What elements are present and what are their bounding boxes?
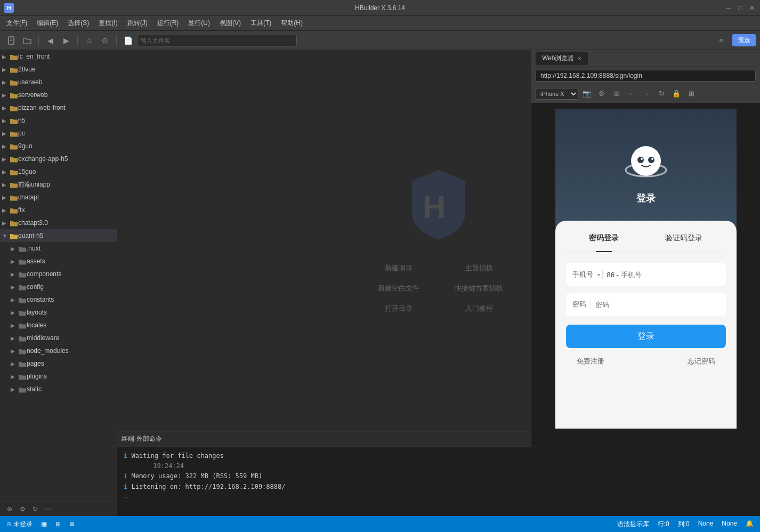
tree-item-node-modules[interactable]: ▶ node_modules — [0, 344, 117, 357]
refresh-button[interactable]: ↻ — [30, 504, 41, 514]
new-project-btn[interactable]: 新建项目 — [374, 263, 423, 273]
tree-item-15guo[interactable]: ▶ 15guo — [0, 165, 117, 178]
tree-item-static[interactable]: ▶ static — [0, 383, 117, 396]
tree-item-quant-h5[interactable]: ▼ quant-h5 — [0, 229, 117, 242]
browser-forward-btn[interactable]: → — [640, 87, 653, 100]
toolbar-separator-1 — [38, 35, 39, 46]
new-file-btn[interactable]: 新建空白文件 — [374, 284, 423, 293]
browser-tab-close[interactable]: ✕ — [577, 55, 581, 61]
browser-more-btn[interactable]: ⊞ — [685, 87, 698, 100]
menu-search[interactable]: 查找(I) — [94, 18, 122, 29]
phone-input[interactable] — [621, 271, 719, 279]
add-project-button[interactable]: ⊕ — [4, 504, 15, 514]
tree-item-bizzan[interactable]: ▶ bizzan-web-front — [0, 101, 117, 114]
close-button[interactable]: ✕ — [748, 4, 756, 12]
open-file-button[interactable] — [20, 34, 34, 47]
tree-item-components[interactable]: ▶ components — [0, 268, 117, 280]
tree-item-nuxt[interactable]: ▶ .nuxt — [0, 242, 117, 255]
tree-item-chatapt3[interactable]: ▶ chatapt3.0 — [0, 216, 117, 229]
menu-jump[interactable]: 跳转(J) — [123, 18, 152, 29]
terminal-text-4: Listening on: http://192.168.2.109:8888/ — [131, 483, 285, 490]
window-controls: ─ □ ✕ — [725, 4, 756, 12]
browser-lock-btn[interactable]: 🔒 — [670, 87, 683, 100]
back-button[interactable]: ◀ — [43, 34, 57, 47]
tree-item-ftx[interactable]: ▶ ftx — [0, 204, 117, 216]
menu-select[interactable]: 选择(S) — [63, 18, 93, 29]
tree-item-serverweb[interactable]: ▶ serverweb — [0, 88, 117, 101]
sidebar-bottom: ⊕ ⚙ ↻ ⋯ — [0, 501, 117, 516]
tree-item-middleware[interactable]: ▶ middleware — [0, 332, 117, 344]
password-label: 密码 — [572, 300, 586, 309]
terminal-text-1: Waiting for file changes — [131, 452, 223, 460]
filter-button[interactable]: ≡ — [714, 34, 728, 47]
menu-tools[interactable]: 工具(T) — [246, 18, 276, 29]
minimize-button[interactable]: ─ — [725, 4, 732, 12]
tree-item-exchange[interactable]: ▶ exchange-app-h5 — [0, 152, 117, 165]
login-button[interactable]: 登录 — [566, 325, 726, 348]
tutorial-btn[interactable]: 入门教程 — [455, 304, 503, 313]
quick-actions: 新建项目 主题切换 新建空白文件 快捷键方案切换 打开目录 入门教程 — [374, 263, 503, 313]
tree-item-plugins[interactable]: ▶ plugins — [0, 370, 117, 383]
tree-item-uniapp[interactable]: ▶ 前端uniapp — [0, 178, 117, 191]
browser-settings-btn[interactable]: ⚙ — [595, 87, 608, 100]
tree-item-h5[interactable]: ▶ h5 — [0, 114, 117, 127]
tree-item-28vue[interactable]: ▶ 28vue — [0, 63, 117, 76]
phone-frame: 登录 密码登录 验证码登录 手机号 ▾ 86 - — [555, 109, 737, 429]
browser-tab[interactable]: Web浏览器 ✕ — [536, 52, 588, 65]
browser-refresh-btn[interactable]: ↻ — [655, 87, 668, 100]
tree-item-chatapt[interactable]: ▶ chatapt — [0, 191, 117, 204]
tree-item-config[interactable]: ▶ config — [0, 280, 117, 293]
shortcut-switch-btn[interactable]: 快捷键方案切换 — [455, 284, 503, 293]
tree-item-assets[interactable]: ▶ assets — [0, 255, 117, 268]
terminal-tab[interactable]: 终端-外部命令 — [122, 434, 162, 444]
forgot-link[interactable]: 忘记密码 — [688, 357, 715, 366]
tree-item-constants[interactable]: ▶ constants — [0, 293, 117, 306]
menu-file[interactable]: 文件(F) — [2, 18, 31, 29]
title-bar-left: H — [4, 3, 14, 13]
browser-screenshot-btn[interactable]: 📷 — [580, 87, 593, 100]
tree-item-pages[interactable]: ▶ pages — [0, 357, 117, 370]
browser-address-bar — [531, 67, 760, 84]
browser-url-input[interactable] — [536, 70, 756, 82]
bookmark-button[interactable]: ☆ — [82, 34, 96, 47]
tree-item-pc[interactable]: ▶ pc — [0, 127, 117, 140]
menu-run[interactable]: 运行(R) — [153, 18, 183, 29]
browser-tab-label: Web浏览器 — [542, 54, 574, 63]
menu-edit[interactable]: 编辑(E) — [33, 18, 62, 29]
settings-button[interactable]: ⚙ — [17, 504, 28, 514]
browser-back-btn[interactable]: ← — [625, 87, 638, 100]
tree-item-9guo[interactable]: ▶ 9guo — [0, 140, 117, 152]
file-search-input[interactable] — [137, 35, 297, 46]
terminal-info-icon-3: i — [124, 472, 127, 480]
register-link[interactable]: 免费注册 — [577, 357, 604, 366]
theme-switch-btn[interactable]: 主题切换 — [455, 263, 503, 273]
status-syntax-hint: 语法提示库 — [617, 520, 649, 529]
menu-view[interactable]: 视图(V) — [215, 18, 245, 29]
device-selector[interactable]: iPhone X iPhone 12 iPad — [536, 88, 578, 100]
new-file-button[interactable] — [4, 34, 18, 47]
status-bar: ⊙ 未登录 ▦ ⊞ ⊕ 语法提示库 行:0 列:0 None None 🔔 — [0, 516, 760, 532]
password-input[interactable] — [595, 301, 719, 309]
forward-button[interactable]: ▶ — [59, 34, 73, 47]
svg-point-8 — [641, 158, 643, 160]
login-tab-code[interactable]: 验证码登录 — [665, 233, 702, 247]
menu-publish[interactable]: 发行(U) — [184, 18, 214, 29]
tree-item-locales[interactable]: ▶ locales — [0, 319, 117, 332]
file-button[interactable]: 📄 — [121, 34, 135, 47]
status-right: 语法提示库 行:0 列:0 None None 🔔 — [617, 520, 754, 529]
login-tab-password[interactable]: 密码登录 — [589, 233, 619, 247]
app-icon: H — [4, 3, 14, 13]
login-card: 密码登录 验证码登录 手机号 ▾ 86 - — [555, 221, 737, 429]
status-login[interactable]: ⊙ 未登录 — [6, 520, 33, 529]
more-button[interactable]: ⋯ — [43, 504, 53, 514]
open-dir-btn[interactable]: 打开目录 — [374, 304, 423, 313]
history-button[interactable]: ⊙ — [98, 34, 112, 47]
tree-item-lc-en-front[interactable]: ▶ lc_en_front — [0, 50, 117, 63]
browser-responsive-btn[interactable]: ⊞ — [610, 87, 623, 100]
tree-item-layouts[interactable]: ▶ layouts — [0, 306, 117, 319]
preselect-button[interactable]: 预选 — [732, 34, 756, 46]
phone-arrow: ▾ — [597, 272, 600, 278]
maximize-button[interactable]: □ — [737, 4, 744, 12]
menu-help[interactable]: 帮助(H) — [277, 18, 307, 29]
tree-item-userweb[interactable]: ▶ userweb — [0, 76, 117, 88]
